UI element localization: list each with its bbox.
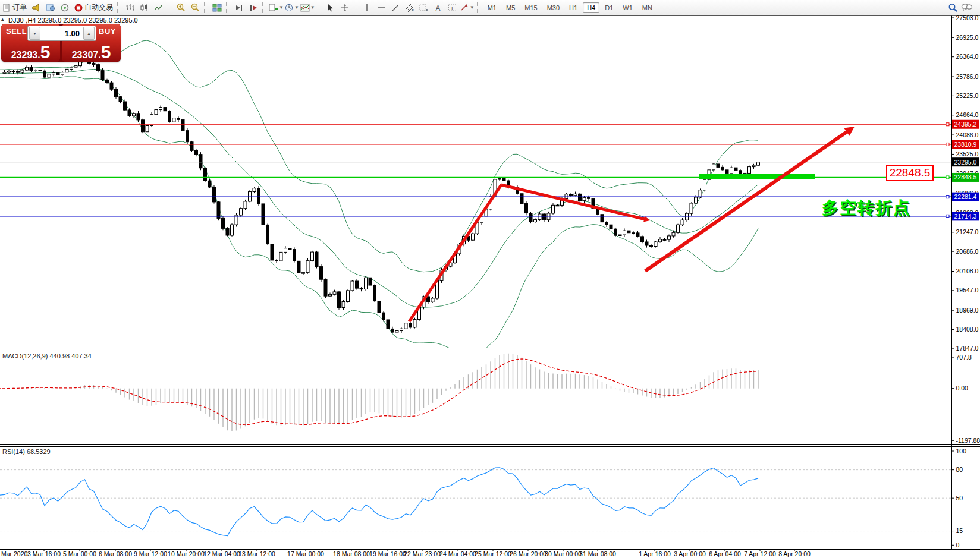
svg-text:25786.0: 25786.0 <box>956 73 979 80</box>
buy-price-frac: 5 <box>101 42 111 62</box>
new-chart-button[interactable]: ▼ <box>269 2 284 14</box>
volume-down-button[interactable]: ▼ <box>29 27 40 40</box>
volume-up-button[interactable]: ▲ <box>83 27 95 40</box>
timeframe-H4[interactable]: H4 <box>583 2 599 13</box>
volume-input[interactable] <box>42 29 82 39</box>
svg-text:7 Apr 12:00: 7 Apr 12:00 <box>744 550 776 557</box>
indicators-icon <box>300 4 310 12</box>
periods-button[interactable]: ▼ <box>285 2 299 14</box>
horizontal-line-icon <box>377 4 385 12</box>
timeframe-M30[interactable]: M30 <box>543 2 564 13</box>
timeframe-H1[interactable]: H1 <box>565 2 582 13</box>
crosshair-button[interactable] <box>338 2 351 14</box>
svg-text:3 Apr 00:00: 3 Apr 00:00 <box>674 550 706 557</box>
chat-button[interactable] <box>960 2 973 14</box>
new-chart-icon <box>269 4 278 12</box>
support-zone-bar[interactable] <box>699 174 815 179</box>
svg-text:18969.0: 18969.0 <box>956 307 979 314</box>
chart-canvas[interactable]: 27503.026925.026364.025786.025225.024664… <box>0 0 980 558</box>
svg-text:26925.0: 26925.0 <box>956 34 979 41</box>
price-annotation-box[interactable]: 22848.5 <box>886 165 934 181</box>
price-axis: 27503.026925.026364.025786.025225.024664… <box>0 14 980 548</box>
auto-scroll-icon <box>234 4 244 12</box>
svg-text:24395.2: 24395.2 <box>954 121 977 128</box>
candle-chart-button[interactable] <box>138 2 151 14</box>
fibonacci-button[interactable]: E <box>403 2 416 14</box>
market-watch-button[interactable] <box>44 2 57 14</box>
line-chart-icon <box>154 4 164 12</box>
svg-text:23295.0: 23295.0 <box>954 159 977 166</box>
svg-text:100: 100 <box>956 447 967 455</box>
svg-text:707.8: 707.8 <box>956 354 972 361</box>
crosshair-icon <box>341 4 349 12</box>
horn-icon <box>32 4 41 12</box>
timeframe-M15[interactable]: M15 <box>520 2 541 13</box>
zoom-out-icon <box>190 3 200 12</box>
svg-text:20108.0: 20108.0 <box>956 267 979 275</box>
timeframe-D1[interactable]: D1 <box>601 2 617 13</box>
svg-text:-1197.88: -1197.88 <box>956 437 980 444</box>
rsi-indicator-label: RSI(14) 68.5329 <box>2 448 51 455</box>
tile-windows-icon <box>212 4 222 12</box>
grid-button[interactable]: F <box>417 2 431 14</box>
chart-shift-button[interactable] <box>247 2 260 14</box>
toolbar-separator <box>262 2 266 13</box>
svg-text:21247.0: 21247.0 <box>956 228 979 235</box>
shapes-button[interactable]: ▼ <box>460 2 475 14</box>
clock-icon <box>285 4 294 12</box>
tile-windows-button[interactable] <box>211 2 224 14</box>
trend-arrows[interactable] <box>409 127 855 321</box>
chat-icon <box>961 3 973 12</box>
search-button[interactable] <box>946 2 959 14</box>
text-label-icon: T <box>448 4 457 12</box>
svg-text:18408.0: 18408.0 <box>956 326 979 333</box>
svg-text:17 Mar 00:00: 17 Mar 00:00 <box>287 550 324 557</box>
sell-price-frac: 5 <box>40 42 51 62</box>
signals-button[interactable] <box>58 2 71 14</box>
zoom-in-button[interactable] <box>174 2 187 14</box>
horizontal-line-button[interactable] <box>375 2 388 14</box>
trendline-button[interactable] <box>389 2 402 14</box>
svg-text:20686.0: 20686.0 <box>956 248 979 255</box>
indicators-button[interactable]: ▼ <box>300 2 315 14</box>
one-click-collapse-arrow[interactable]: ▴ <box>1 16 4 22</box>
svg-text:26 Mar 20:00: 26 Mar 20:00 <box>510 550 546 557</box>
line-chart-button[interactable] <box>152 2 165 14</box>
svg-text:22848.5: 22848.5 <box>954 174 977 181</box>
timeframe-W1[interactable]: W1 <box>618 2 637 13</box>
timeframe-M1[interactable]: M1 <box>483 2 501 13</box>
svg-text:18 Mar 08:00: 18 Mar 08:00 <box>333 550 370 557</box>
autotrading-icon <box>74 4 83 12</box>
turning-point-annotation[interactable]: 多空转折点 <box>822 197 911 219</box>
cursor-icon <box>326 4 335 12</box>
zoom-out-button[interactable] <box>189 2 202 14</box>
timeframe-M5[interactable]: M5 <box>502 2 519 13</box>
timeframe-MN[interactable]: MN <box>638 2 657 13</box>
alerts-button[interactable] <box>30 2 43 14</box>
svg-text:21714.3: 21714.3 <box>954 213 977 220</box>
autotrading-button[interactable]: 自动交易 <box>72 2 115 12</box>
grid-icon: F <box>419 4 429 12</box>
svg-text:E: E <box>412 8 414 12</box>
text-label-button[interactable]: T <box>446 2 459 14</box>
svg-text:25225.0: 25225.0 <box>956 92 979 99</box>
bar-chart-button[interactable] <box>124 2 137 14</box>
candle-chart-icon <box>140 4 149 12</box>
sell-price: 23293.5 <box>1 45 60 61</box>
cursor-button[interactable] <box>324 2 337 14</box>
toolbar-separator <box>168 2 172 13</box>
rsi-layer <box>0 468 758 536</box>
text-tool-button[interactable]: A <box>432 2 445 14</box>
svg-text:15: 15 <box>956 527 963 534</box>
vertical-line-icon <box>363 4 370 12</box>
vertical-line-button[interactable] <box>360 2 373 14</box>
new-order-button[interactable]: 订单 <box>0 2 29 12</box>
volume-box: ▼ ▲ <box>27 26 96 41</box>
auto-scroll-button[interactable] <box>233 2 246 14</box>
svg-text:10 Mar 20:00: 10 Mar 20:00 <box>168 550 205 557</box>
svg-text:9 Mar 12:00: 9 Mar 12:00 <box>134 550 167 557</box>
svg-text:23810.9: 23810.9 <box>954 141 977 148</box>
candles-layer <box>3 56 760 333</box>
text-icon: A <box>434 4 442 12</box>
chart-header: DJ30-,H4 23295.0 23295.0 23295.0 23295.0 <box>8 17 138 24</box>
